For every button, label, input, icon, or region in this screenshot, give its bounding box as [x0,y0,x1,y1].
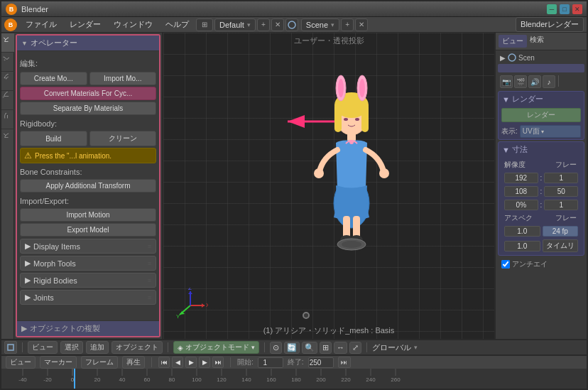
tl-start-input[interactable] [258,357,283,368]
tl-skip-start[interactable]: ⏮ [158,357,170,368]
res-colon-x: : [540,174,543,182]
display-items-drag: ≡ [148,243,151,250]
icon-separator [558,75,559,87]
svg-text:Z: Z [188,288,192,291]
tl-frame[interactable]: フレーム [81,356,118,369]
render-button[interactable]: レンダー [501,108,581,122]
icon-btn-3[interactable]: ♪ [543,75,555,88]
panel-title: オペレーター [31,38,77,48]
mode-select[interactable]: ◈ オブジェクトモード ▾ [173,341,259,354]
viewport-icon-2[interactable]: 🔍 [302,342,317,354]
screen-layout-select[interactable]: Default ▾ [214,18,256,31]
svg-text:160: 160 [266,377,276,383]
res-x-scale[interactable]: 1 [544,173,578,183]
body-area: ス ベ ク プ リ ス ▼ オペレーター 編集: [1,33,587,389]
tl-marker[interactable]: マーカー [40,356,77,369]
frame-label: フレー [554,160,578,170]
apply-transform-button[interactable]: Apply Additional Transform [20,179,156,193]
tl-sep [151,357,152,367]
menu-render[interactable]: レンダー [64,18,107,31]
vtab-4[interactable]: リ [1,109,14,129]
clean-button[interactable]: クリーン [89,131,157,146]
import-motion-button[interactable]: Import Motion [20,208,156,222]
joints-header[interactable]: ▶ Joints ≡ [20,290,156,305]
timeline-track[interactable]: -40 -20 0 20 40 60 80 100 120 [1,369,587,389]
vtab-1[interactable]: ベ [1,52,14,71]
tab-view[interactable]: ビュー [499,35,527,48]
add-menu[interactable]: 追加 [86,341,109,354]
tl-end-input[interactable] [308,357,334,368]
outliner-scene[interactable]: ▶ Scen [498,53,584,63]
fps-input[interactable]: 24 fp [543,226,579,237]
object-menu[interactable]: オブジェクト [111,341,163,354]
remove-screen-button[interactable]: ✕ [271,18,284,31]
res-z-scale[interactable]: 1 [544,200,578,210]
minimize-button[interactable]: ─ [547,4,557,14]
close-button[interactable]: ✕ [572,4,582,14]
antialias-section[interactable]: アンチエイ [498,257,584,271]
tl-view[interactable]: ビュー [6,356,36,369]
display-select[interactable]: UV面 ▾ [520,125,581,138]
resolution-area: 解像度 フレー 192 : 1 108 : 50 [499,157,584,255]
res-x-input[interactable]: 192 [504,173,538,183]
separate-by-materials-button[interactable]: Separate By Materials [20,102,156,115]
convert-materials-button[interactable]: Convert Materials For Cyc... [20,87,156,100]
vtab-3[interactable]: プ [1,90,14,109]
menu-file[interactable]: ファイル [20,18,62,31]
tl-end-label: 終了: [288,357,304,367]
export-model-button[interactable]: Export Model [20,223,156,237]
add-scene-button[interactable]: + [341,18,354,31]
viewport-icon-1[interactable]: 🔄 [284,342,300,354]
scene-select[interactable]: Scene ▾ [301,18,339,31]
scene-tree-icon: ▶ [500,54,506,62]
screen-layout-icon[interactable]: ⊞ [196,18,213,31]
icon-btn-2[interactable]: 🔊 [528,75,541,88]
tl-play-btn[interactable]: ▶ [185,357,197,368]
rigid-bodies-header[interactable]: ▶ Rigid Bodies ≡ [20,273,156,288]
viewport-icon-4[interactable]: ↔ [334,342,347,354]
tl-prev-frame[interactable]: ◀ [172,357,183,368]
menu-help[interactable]: ヘルプ [160,18,195,31]
create-mo-button[interactable]: Create Mo... [20,72,87,85]
render-engine-btn[interactable]: Blenderレンダー [516,17,584,32]
vtab-0[interactable]: ス [1,33,14,52]
res-y-scale[interactable]: 50 [544,186,578,197]
add-screen-button[interactable]: + [257,18,270,31]
bt-sep-0 [22,342,23,352]
viewport-type-icon[interactable] [4,341,17,354]
viewport-icons: ⊙ 🔄 🔍 ⊞ ↔ ⤢ [270,342,361,354]
tl-end-btn[interactable]: ⏭ [338,357,351,368]
tl-next-frame[interactable]: ▶ [199,357,210,368]
viewport[interactable]: ユーザー・透視投影 [163,33,494,339]
panel-header: ▼ オペレーター [17,36,159,51]
res-y-input[interactable]: 108 [504,186,538,197]
icon-btn-0[interactable]: 📷 [500,75,513,88]
icon-btn-1[interactable]: 🎬 [514,75,527,88]
aspect-y-input[interactable]: 1.0 [504,241,540,251]
resolution-label: 解像度 [504,160,552,170]
vtab-5[interactable]: ス [1,129,14,148]
time-input[interactable]: タイムリ [543,239,579,252]
character-display [295,61,408,261]
view-menu[interactable]: ビュー [28,341,58,354]
left-panel: ▼ オペレーター 編集: Create Mo... Import Mo... C… [14,33,163,339]
maximize-button[interactable]: □ [560,4,570,14]
antialias-checkbox[interactable] [501,260,510,269]
viewport-icon-5[interactable]: ⤢ [349,342,361,354]
viewport-icon-3[interactable]: ⊞ [320,342,332,354]
select-menu[interactable]: 選択 [60,341,83,354]
import-mo-button[interactable]: Import Mo... [89,72,157,85]
res-z-input[interactable]: 0% [504,200,538,210]
tl-play[interactable]: 再生 [122,356,145,369]
tab-search[interactable]: 検索 [530,35,544,48]
build-button[interactable]: Build [20,131,87,146]
duplicate-section[interactable]: ▶ オブジェクトの複製 [17,320,159,336]
remove-scene-button[interactable]: ✕ [355,18,368,31]
display-items-header[interactable]: ▶ Display Items ≡ [20,239,156,254]
viewport-icon-0[interactable]: ⊙ [270,342,282,354]
morph-tools-header[interactable]: ▶ Morph Tools ≡ [20,256,156,271]
tl-skip-end[interactable]: ⏭ [212,357,224,368]
menu-window[interactable]: ウィンドウ [108,18,158,31]
aspect-x-input[interactable]: 1.0 [504,226,540,237]
vtab-2[interactable]: ク [1,71,14,90]
